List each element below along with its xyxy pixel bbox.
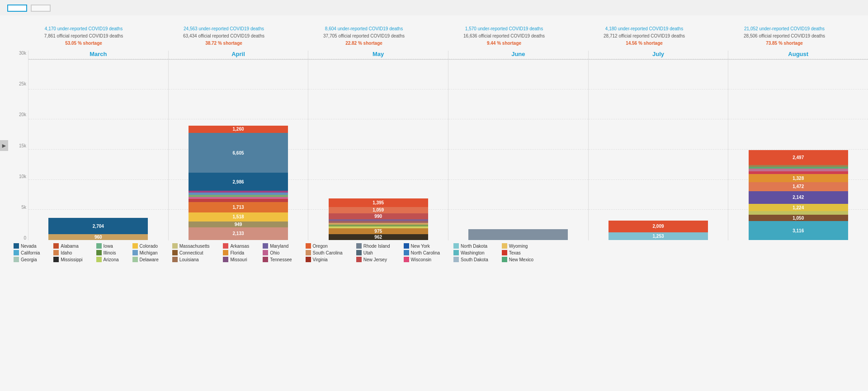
legend-swatch	[223, 257, 228, 262]
legend-item[interactable]: Washington	[453, 250, 488, 255]
stat-block-july: 4,180 under-reported COVID19 deaths 28,7…	[574, 25, 714, 47]
legend-item[interactable]: Michigan	[132, 250, 159, 255]
legend-column: Iowa Illinois Arizona	[96, 243, 119, 262]
segment-label: 2,986	[232, 179, 244, 184]
legend-item[interactable]: Texas	[502, 250, 533, 255]
legend-item[interactable]: Ohio	[263, 250, 292, 255]
bar-segment	[189, 199, 288, 202]
legend-swatch	[223, 250, 228, 255]
segment-label: 1,395	[373, 200, 384, 205]
legend-item[interactable]: Arizona	[96, 257, 119, 262]
segment-label: 1,518	[232, 214, 244, 219]
y-axis-label: 10k	[19, 174, 26, 179]
legend-label: Michigan	[140, 250, 158, 255]
month-block-may: May9629759901,0591,395	[308, 51, 448, 240]
bar-segment: 975	[329, 228, 428, 234]
legend-item[interactable]: Georgia	[14, 257, 40, 262]
legend-item[interactable]: Mississippi	[53, 257, 82, 262]
legend-item[interactable]: South Carolina	[306, 250, 343, 255]
legend-item[interactable]: New York	[404, 243, 440, 249]
legend-item[interactable]: Utah	[356, 250, 390, 255]
stat-block-june: 1,570 under-reported COVID19 deaths 16,6…	[434, 25, 574, 47]
legend-label: Maryland	[270, 244, 288, 249]
legend-swatch	[14, 257, 19, 262]
legend-column: Rhode Island Utah New Jersey	[356, 243, 390, 262]
bar-segment: 949	[189, 221, 288, 227]
legend-column: Massachusetts Connecticut Louisiana	[172, 243, 210, 262]
legend-item[interactable]: Louisiana	[172, 257, 210, 262]
legend-item[interactable]: Virginia	[306, 257, 343, 262]
bar-segment: 1,253	[609, 232, 708, 240]
month-block-august: August3,1161,0501,2242,1421,4721,3282,49…	[728, 51, 868, 240]
legend-item[interactable]: Tennessee	[263, 257, 292, 262]
y-axis-label: 15k	[19, 143, 26, 148]
legend-label: New Jersey	[363, 257, 387, 262]
legend-item[interactable]: California	[14, 250, 40, 255]
legend-swatch	[172, 243, 178, 249]
jhu-button[interactable]	[31, 5, 51, 12]
legend-item[interactable]: Massachusetts	[172, 243, 210, 249]
legend-item[interactable]: Wyoming	[502, 243, 533, 249]
legend-item[interactable]: Alabama	[53, 243, 82, 249]
bar-segment	[749, 167, 848, 169]
legend-label: Washington	[461, 250, 484, 255]
legend-label: South Carolina	[313, 250, 343, 255]
legend-item[interactable]: North Carolina	[404, 250, 440, 255]
legend-label: Connecticut	[179, 250, 203, 255]
legend-item[interactable]: Connecticut	[172, 250, 210, 255]
legend-item[interactable]: South Dakota	[453, 257, 488, 262]
segment-label: 6,605	[232, 151, 244, 155]
legend-item[interactable]: Oregon	[306, 243, 343, 249]
legend-item[interactable]: Missouri	[223, 257, 249, 262]
stat-block-may: 8,604 under-reported COVID19 deaths 37,7…	[294, 25, 434, 47]
cdc-button[interactable]	[7, 5, 27, 12]
bar-segment: 1,395	[329, 198, 428, 207]
month-block-march: March9602,704	[28, 51, 168, 240]
legend-item[interactable]: Arkansas	[223, 243, 249, 249]
legend-swatch	[453, 250, 459, 255]
legend-swatch	[223, 243, 228, 249]
legend-item[interactable]: Illinois	[96, 250, 119, 255]
nav-arrow-left[interactable]: ►	[0, 140, 8, 151]
segment-label: 975	[374, 229, 382, 234]
legend-item[interactable]: Maryland	[263, 243, 292, 249]
legend-label: Colorado	[140, 244, 158, 249]
bar-segment: 962	[329, 234, 428, 240]
legend-item[interactable]: Wisconsin	[404, 257, 440, 262]
month-block-april: April2,1339491,5181,7132,9866,6051,260	[168, 51, 308, 240]
legend-label: New York	[411, 244, 430, 249]
segment-label: 1,050	[793, 216, 804, 221]
legend-column: Wyoming Texas New Mexico	[502, 243, 533, 262]
legend-label: Utah	[363, 250, 373, 255]
segment-label: 962	[374, 235, 382, 240]
legend-item[interactable]: Idaho	[53, 250, 82, 255]
legend-swatch	[453, 257, 459, 262]
legend-label: Virginia	[313, 257, 328, 262]
segment-label: 2,142	[793, 195, 804, 200]
segment-label: 1,472	[793, 184, 804, 189]
legend-column: Nevada California Georgia	[14, 243, 40, 262]
month-label-april: April	[231, 51, 245, 57]
legend-swatch	[172, 257, 178, 262]
legend-item[interactable]: Rhode Island	[356, 243, 390, 249]
legend-swatch	[96, 257, 102, 262]
legend-item[interactable]: Colorado	[132, 243, 159, 249]
legend-swatch	[172, 250, 178, 255]
legend-item[interactable]: Florida	[223, 250, 249, 255]
legend-item[interactable]: Nevada	[14, 243, 40, 249]
legend-item[interactable]: Delaware	[132, 257, 159, 262]
bar-segment	[329, 219, 428, 221]
bar-segment	[468, 229, 568, 240]
bar-segment	[749, 171, 848, 174]
bar-segment: 1,260	[189, 126, 288, 133]
legend-item[interactable]: Iowa	[96, 243, 119, 249]
legend-label: Ohio	[270, 250, 279, 255]
y-axis-label: 25k	[19, 81, 26, 86]
bar-segment	[749, 211, 848, 215]
legend-item[interactable]: North Dakota	[453, 243, 488, 249]
legend-swatch	[502, 243, 507, 249]
month-label-june: June	[511, 51, 525, 57]
legend-label: Arkansas	[230, 244, 249, 249]
legend-item[interactable]: New Jersey	[356, 257, 390, 262]
legend-item[interactable]: New Mexico	[502, 257, 533, 262]
